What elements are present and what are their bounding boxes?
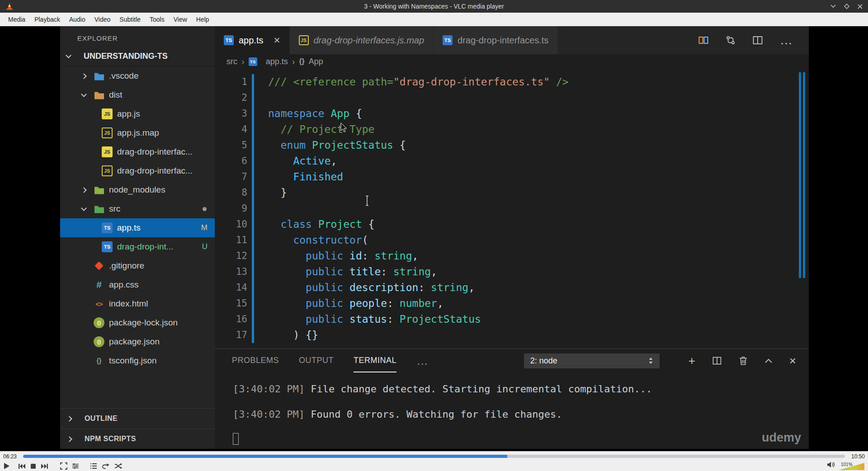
menu-item-help[interactable]: Help: [192, 14, 214, 25]
line-number[interactable]: 8: [215, 185, 247, 201]
code-line[interactable]: 6 Active,: [215, 153, 809, 169]
code-line[interactable]: 12 public id: string,: [215, 248, 809, 264]
menu-item-tools[interactable]: Tools: [145, 14, 169, 25]
line-number[interactable]: 6: [215, 153, 247, 169]
code-line[interactable]: 17 ) {}: [215, 327, 809, 343]
menu-item-video[interactable]: Video: [90, 14, 115, 25]
code-line[interactable]: 10 class Project {: [215, 217, 809, 232]
more-actions-icon[interactable]: …: [780, 38, 793, 42]
tree-item-package.json[interactable]: {}package.json: [60, 332, 215, 351]
playlist-button[interactable]: [90, 463, 97, 469]
video-surface[interactable]: EXPLORER UNDERSTANDING-TS .vscodedistJSa…: [0, 26, 868, 451]
line-number[interactable]: 17: [215, 327, 247, 343]
tree-item-.gitignore[interactable]: .gitignore: [60, 256, 215, 275]
tab-drag-drop-interfaces.ts[interactable]: TSdrag-drop-interfaces.ts: [434, 26, 558, 54]
code-line[interactable]: 4 // Project Type: [215, 122, 809, 137]
tree-item-app.js.map[interactable]: JSapp.js.map: [60, 123, 215, 142]
menu-item-playback[interactable]: Playback: [30, 14, 65, 25]
code-line[interactable]: 5 enum ProjectStatus {: [215, 137, 809, 153]
close-tab-icon[interactable]: ×: [274, 36, 280, 45]
code-line[interactable]: 16 public status: ProjectStatus: [215, 311, 809, 327]
menu-item-audio[interactable]: Audio: [65, 14, 90, 25]
breadcrumb-item-file[interactable]: app.ts: [266, 57, 288, 66]
split-terminal-icon[interactable]: [712, 356, 722, 365]
tree-item-tsconfig.json[interactable]: {}tsconfig.json: [60, 351, 215, 370]
menu-item-view[interactable]: View: [169, 14, 192, 25]
next-button[interactable]: [41, 463, 48, 469]
loop-button[interactable]: [102, 463, 110, 470]
git-compare-icon[interactable]: [726, 35, 736, 45]
tree-item-app.ts[interactable]: TSapp.tsM: [60, 218, 215, 237]
tree-item-index.html[interactable]: <>index.html: [60, 294, 215, 313]
terminal-shell-select[interactable]: 2: node: [524, 353, 660, 368]
tree-item-dist[interactable]: dist: [60, 85, 215, 104]
maximize-panel-icon[interactable]: [765, 358, 772, 363]
line-number[interactable]: 10: [215, 217, 247, 232]
line-number[interactable]: 1: [215, 74, 247, 90]
terminal-output[interactable]: [3:40:02 PM] File change detected. Start…: [215, 372, 809, 449]
code-line[interactable]: 11 constructor(: [215, 232, 809, 248]
panel-tab-terminal[interactable]: TERMINAL: [354, 349, 396, 372]
code-area[interactable]: 1/// <reference path="drag-drop-interfac…: [215, 69, 809, 349]
line-number[interactable]: 7: [215, 169, 247, 185]
project-root-row[interactable]: UNDERSTANDING-TS: [60, 47, 215, 66]
tree-item-app.js[interactable]: JSapp.js: [60, 104, 215, 123]
split-editor-icon[interactable]: [753, 35, 763, 45]
code-line[interactable]: 1/// <reference path="drag-drop-interfac…: [215, 74, 809, 90]
tree-item-node-modules[interactable]: node_modules: [60, 180, 215, 199]
line-number[interactable]: 12: [215, 248, 247, 264]
tree-item-drag-drop-interfac...[interactable]: JSdrag-drop-interfac...: [60, 142, 215, 161]
volume-slider[interactable]: 101%: [839, 463, 864, 470]
line-number[interactable]: 14: [215, 280, 247, 296]
npm-scripts-section[interactable]: NPM SCRIPTS: [60, 429, 215, 449]
code-line[interactable]: 13 public title: string,: [215, 264, 809, 280]
line-number[interactable]: 15: [215, 296, 247, 311]
code-line[interactable]: 3namespace App {: [215, 106, 809, 122]
outline-section[interactable]: OUTLINE: [60, 408, 215, 429]
close-panel-icon[interactable]: ×: [789, 356, 796, 365]
fullscreen-button[interactable]: [60, 462, 67, 470]
tree-item-package-lock.json[interactable]: {}package-lock.json: [60, 313, 215, 332]
seek-slider[interactable]: [23, 455, 845, 458]
panel-tab-problems[interactable]: PROBLEMS: [232, 349, 279, 372]
tree-item-drag-drop-interfac...[interactable]: JSdrag-drop-interfac...: [60, 161, 215, 180]
volume-control[interactable]: 101%: [826, 462, 864, 470]
tree-item-.vscode[interactable]: .vscode: [60, 66, 215, 85]
code-line[interactable]: 14 public description: string,: [215, 280, 809, 296]
menu-item-subtitle[interactable]: Subtitle: [115, 14, 145, 25]
play-button[interactable]: [4, 462, 10, 470]
code-line[interactable]: 2: [215, 90, 809, 106]
line-number[interactable]: 2: [215, 90, 247, 106]
shuffle-button[interactable]: [114, 463, 123, 469]
code-line[interactable]: 9: [215, 201, 809, 217]
line-number[interactable]: 3: [215, 106, 247, 122]
breadcrumb-item-symbol[interactable]: App: [309, 57, 323, 66]
code-line[interactable]: 15 public people: number,: [215, 296, 809, 311]
menu-item-media[interactable]: Media: [4, 14, 30, 25]
extended-settings-button[interactable]: [72, 463, 79, 469]
new-terminal-icon[interactable]: +: [689, 356, 695, 365]
stop-button[interactable]: [30, 463, 36, 469]
tab-drag-drop-interfaces.js.map[interactable]: JSdrag-drop-interfaces.js.map: [290, 26, 434, 54]
tab-app.ts[interactable]: TSapp.ts×: [215, 26, 290, 54]
open-changes-icon[interactable]: [698, 35, 708, 45]
previous-button[interactable]: [18, 463, 26, 469]
kill-terminal-icon[interactable]: [739, 356, 748, 366]
panel-more-actions-icon[interactable]: …: [416, 349, 429, 372]
line-number[interactable]: 11: [215, 232, 247, 248]
line-number[interactable]: 16: [215, 311, 247, 327]
code-line[interactable]: 7 Finished: [215, 169, 809, 185]
line-number[interactable]: 13: [215, 264, 247, 280]
breadcrumb-item-src[interactable]: src: [226, 57, 237, 66]
tree-item-app.css[interactable]: #app.css: [60, 275, 215, 294]
line-number[interactable]: 4: [215, 122, 247, 137]
tree-item-drag-drop-int...[interactable]: TSdrag-drop-int...U: [60, 237, 215, 256]
line-number[interactable]: 9: [215, 201, 247, 217]
close-button[interactable]: [858, 4, 863, 9]
code-line[interactable]: 8 }: [215, 185, 809, 201]
minimize-button[interactable]: [830, 5, 836, 8]
panel-tab-output[interactable]: OUTPUT: [299, 349, 334, 372]
tree-item-src[interactable]: src: [60, 199, 215, 218]
maximize-button[interactable]: [844, 4, 849, 9]
line-number[interactable]: 5: [215, 137, 247, 153]
